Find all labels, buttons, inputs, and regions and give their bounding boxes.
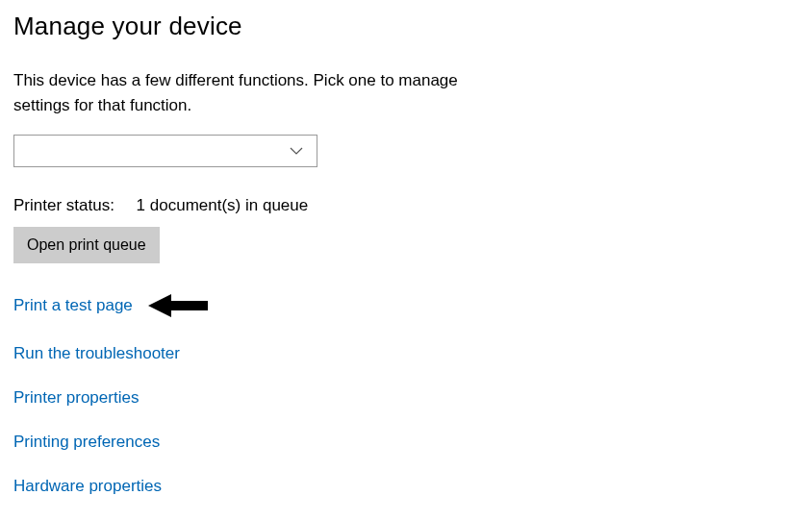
run-troubleshooter-link[interactable]: Run the troubleshooter (13, 344, 180, 363)
arrow-left-icon (148, 292, 208, 319)
printer-status: Printer status: 1 document(s) in queue (13, 196, 799, 215)
printing-preferences-link[interactable]: Printing preferences (13, 433, 160, 452)
svg-marker-0 (148, 294, 208, 317)
chevron-down-icon (290, 144, 303, 158)
status-value: 1 document(s) in queue (137, 196, 309, 214)
device-description: This device has a few different function… (13, 68, 504, 117)
open-print-queue-button[interactable]: Open print queue (13, 227, 160, 263)
printer-properties-link[interactable]: Printer properties (13, 388, 139, 408)
print-test-page-link[interactable]: Print a test page (13, 296, 133, 315)
page-title: Manage your device (13, 12, 799, 41)
function-dropdown[interactable] (13, 135, 317, 167)
status-label: Printer status: (13, 196, 114, 214)
hardware-properties-link[interactable]: Hardware properties (13, 477, 162, 496)
